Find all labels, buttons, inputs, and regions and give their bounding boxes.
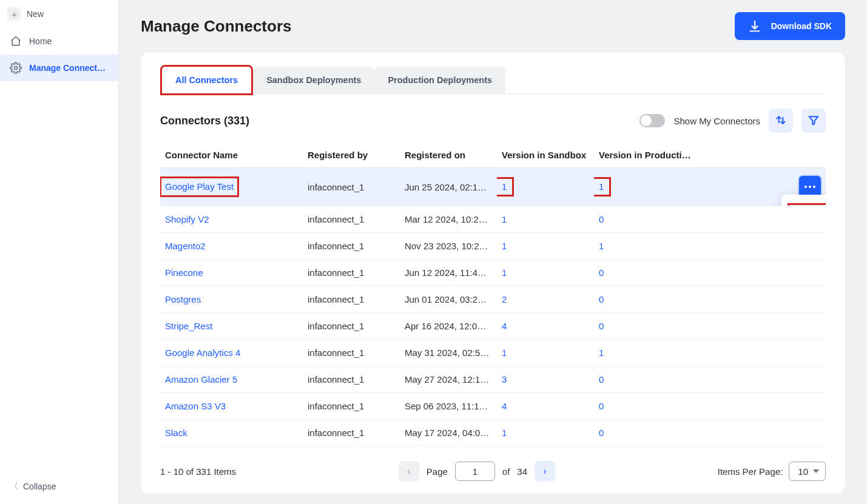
table-row[interactable]: Stripe_Restinfaconnect_1Apr 16 2024, 12:… [160, 313, 826, 340]
cell-version-production: 0 [594, 206, 703, 233]
cell-registered-by: infaconnect_1 [303, 206, 400, 233]
cell-registered-on: Jun 12 2024, 11:4… [400, 260, 497, 286]
cell-registered-on: Sep 06 2023, 11:1… [400, 393, 497, 420]
table-row[interactable]: Google Analytics 4infaconnect_1May 31 20… [160, 340, 826, 366]
new-button[interactable]: ＋ New [6, 5, 112, 23]
version-production-link[interactable]: 0 [599, 374, 604, 385]
cell-registered-by: infaconnect_1 [303, 313, 400, 340]
cell-actions [703, 233, 826, 260]
table-row[interactable]: Google Play Testinfaconnect_1Jun 25 2024… [160, 168, 826, 206]
collapse-label: Collapse [23, 482, 56, 491]
page-prev-button[interactable]: ‹ [399, 461, 419, 482]
table-row[interactable]: Pineconeinfaconnect_1Jun 12 2024, 11:4…1… [160, 260, 826, 286]
list-title: Connectors (331) [160, 115, 249, 127]
filter-icon [808, 114, 820, 128]
version-production-link[interactable]: 1 [599, 181, 604, 192]
version-sandbox-link[interactable]: 1 [502, 214, 507, 224]
cell-actions [703, 206, 826, 233]
table-row[interactable]: Postgresinfaconnect_1Jun 01 2024, 03:2…2… [160, 286, 826, 313]
chevron-left-icon: 〈 [10, 481, 18, 492]
col-version-production[interactable]: Version in Producti… [594, 143, 703, 168]
cell-registered-on: Apr 16 2024, 12:0… [400, 313, 497, 340]
connector-name-link[interactable]: Google Analytics 4 [165, 348, 240, 358]
filter-button[interactable] [801, 109, 826, 133]
cell-version-sandbox: 2 [497, 286, 594, 313]
cell-registered-by: infaconnect_1 [303, 260, 400, 286]
cell-version-production: 0 [594, 260, 703, 286]
sort-button[interactable] [769, 109, 793, 133]
version-production-link[interactable]: 1 [599, 241, 604, 251]
version-production-link[interactable]: 0 [599, 321, 604, 331]
version-production-link[interactable]: 1 [599, 348, 604, 358]
cell-actions: Edit Connector [703, 168, 826, 206]
sidebar-item-label: Manage Connect… [29, 63, 109, 73]
connector-name-link[interactable]: Postgres [165, 294, 201, 304]
collapse-button[interactable]: 〈 Collapse [10, 481, 109, 492]
version-sandbox-link[interactable]: 3 [502, 374, 507, 385]
connector-name-link[interactable]: Slack [165, 428, 187, 438]
version-sandbox-link[interactable]: 2 [502, 294, 507, 304]
svg-point-0 [15, 67, 18, 70]
sidebar: ＋ New Home Manage Connect… 〈 Collapse [0, 0, 119, 504]
col-version-sandbox[interactable]: Version in Sandbox [497, 143, 594, 168]
connector-name-link[interactable]: Pinecone [165, 267, 203, 278]
show-my-connectors-toggle[interactable] [639, 114, 665, 127]
cell-actions [703, 286, 826, 313]
table-row[interactable]: Shopify V2infaconnect_1Mar 12 2024, 10:2… [160, 206, 826, 233]
version-production-link[interactable]: 0 [599, 428, 604, 438]
cell-version-sandbox: 1 [497, 340, 594, 366]
cell-registered-on: Nov 23 2023, 10:2… [400, 233, 497, 260]
version-production-link[interactable]: 0 [599, 214, 604, 224]
version-sandbox-link[interactable]: 1 [502, 241, 507, 251]
page-total: 34 [517, 466, 527, 477]
version-production-link[interactable]: 0 [599, 294, 604, 304]
new-label: New [27, 9, 44, 19]
version-sandbox-link[interactable]: 4 [502, 321, 507, 331]
connector-name-link[interactable]: Amazon S3 V3 [165, 401, 226, 411]
sidebar-item-home[interactable]: Home [0, 28, 118, 55]
pagination: 1 - 10 of 331 Items ‹ Page of 34 › Items… [160, 461, 826, 482]
cell-version-sandbox: 1 [497, 233, 594, 260]
ipp-select[interactable]: 10 [789, 462, 826, 481]
connector-name-link[interactable]: Stripe_Rest [165, 321, 212, 331]
version-production-link[interactable]: 0 [599, 267, 604, 278]
version-sandbox-link[interactable]: 1 [502, 267, 507, 278]
sort-icon [775, 114, 787, 128]
version-sandbox-link[interactable]: 4 [502, 401, 507, 411]
version-sandbox-link[interactable]: 1 [502, 428, 507, 438]
connector-name-link[interactable]: Google Play Test [165, 181, 234, 192]
col-registered-on[interactable]: Registered on [400, 143, 497, 168]
sidebar-item-manage-connectors[interactable]: Manage Connect… [0, 55, 118, 81]
version-sandbox-link[interactable]: 1 [502, 181, 507, 192]
chevron-left-icon: ‹ [407, 466, 410, 477]
download-label: Download SDK [771, 21, 832, 31]
cell-registered-on: May 17 2024, 04:0… [400, 420, 497, 446]
table-row[interactable]: Magento2infaconnect_1Nov 23 2023, 10:2…1… [160, 233, 826, 260]
col-connector-name[interactable]: Connector Name [160, 143, 303, 168]
table-row[interactable]: Slackinfaconnect_1May 17 2024, 04:0…10 [160, 420, 826, 446]
page-next-button[interactable]: › [535, 461, 555, 482]
cell-version-sandbox: 1 [497, 420, 594, 446]
version-production-link[interactable]: 0 [599, 401, 604, 411]
tab-sandbox-deployments[interactable]: Sandbox Deployments [253, 67, 374, 93]
col-registered-by[interactable]: Registered by [303, 143, 400, 168]
connector-name-link[interactable]: Magento2 [165, 241, 206, 251]
cell-version-sandbox: 1 [497, 260, 594, 286]
cell-registered-by: infaconnect_1 [303, 366, 400, 393]
connector-name-link[interactable]: Amazon Glacier 5 [165, 374, 237, 385]
cell-actions [703, 393, 826, 420]
cell-version-production: 1 [594, 340, 703, 366]
page-input[interactable] [455, 462, 495, 481]
tab-production-deployments[interactable]: Production Deployments [374, 67, 505, 93]
cell-version-sandbox: 4 [497, 313, 594, 340]
version-sandbox-link[interactable]: 1 [502, 348, 507, 358]
cell-actions [703, 313, 826, 340]
edit-connector-menu-item[interactable]: Edit Connector [788, 203, 826, 206]
home-icon [10, 35, 22, 47]
table-row[interactable]: Amazon S3 V3infaconnect_1Sep 06 2023, 11… [160, 393, 826, 420]
download-sdk-button[interactable]: Download SDK [735, 12, 845, 40]
tab-all-connectors[interactable]: All Connectors [160, 65, 253, 95]
cell-version-production: 0 [594, 313, 703, 340]
connector-name-link[interactable]: Shopify V2 [165, 214, 209, 224]
table-row[interactable]: Amazon Glacier 5infaconnect_1May 27 2024… [160, 366, 826, 393]
